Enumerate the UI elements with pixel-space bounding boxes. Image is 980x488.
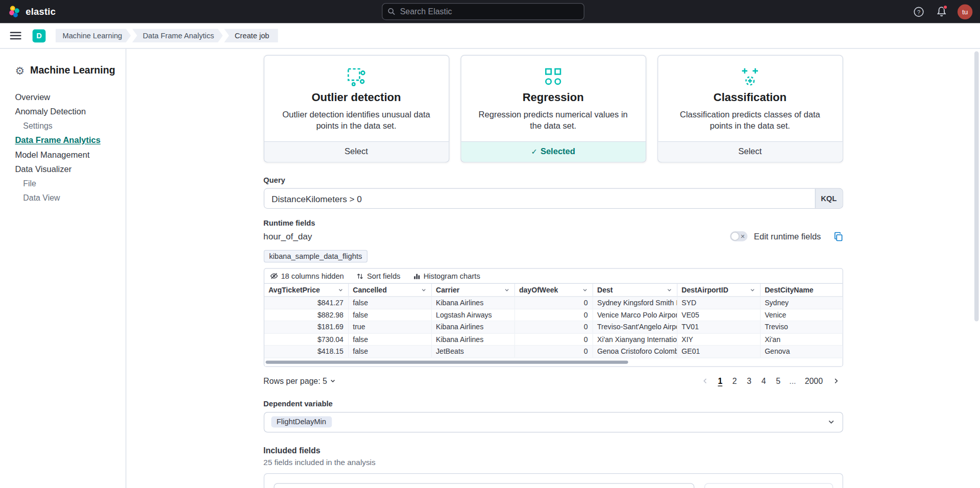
dependent-variable-select[interactable]: FlightDelayMin [263, 411, 843, 432]
query-input[interactable] [264, 189, 815, 208]
grid-cell: Treviso-Sant'Angelo Airport [593, 321, 677, 333]
vertical-scrollbar-thumb[interactable] [974, 51, 979, 321]
dependent-variable-chip: FlightDelayMin [271, 417, 332, 428]
main-content: Outlier detection Outlier detection iden… [126, 49, 980, 488]
card-regression: Regression Regression predicts numerical… [460, 55, 646, 163]
table-row: $841.27 false Kibana Airlines 0 Sydney K… [264, 297, 842, 309]
copy-icon[interactable] [834, 232, 843, 241]
query-label: Query [263, 176, 843, 184]
sidebar-item-overview[interactable]: Overview [15, 90, 115, 104]
sort-fields-button[interactable]: Sort fields [356, 272, 400, 280]
search-icon [387, 8, 396, 16]
column-header-destairportid[interactable]: DestAirportID [677, 284, 761, 296]
column-header-dest[interactable]: Dest [593, 284, 677, 296]
included-fields-summary: 25 fields included in the analysis [263, 458, 843, 467]
pagination-next-icon[interactable] [828, 377, 843, 384]
pagination-row: Rows per page: 5 1 2 3 4 5 ... 2000 [263, 375, 843, 386]
help-icon: ? [913, 6, 924, 17]
main-menu-button[interactable] [10, 32, 21, 39]
deployment-badge[interactable]: D [33, 29, 46, 42]
breadcrumb-machine-learning[interactable]: Machine Learning [56, 29, 131, 42]
outlier-detection-icon [264, 66, 448, 88]
grid-cell: Sydney Kingsford Smith I... [593, 297, 677, 309]
regression-selected-button[interactable]: ✓Selected [461, 141, 645, 162]
pagination-ellipsis: ... [786, 375, 799, 386]
grid-cell: true [349, 321, 432, 333]
elastic-logo[interactable]: elastic [8, 5, 56, 18]
edit-runtime-fields-label[interactable]: Edit runtime fields [754, 232, 821, 241]
fields-search [274, 483, 695, 488]
help-menu-button[interactable]: ? [913, 5, 925, 17]
grid-cell: TV01 [677, 321, 761, 333]
grid-cell: Kibana Airlines [432, 321, 515, 333]
grid-cell: $841.27 [264, 297, 348, 309]
select-classification-button[interactable]: Select [658, 141, 842, 162]
card-description: Regression predicts numerical values in … [461, 109, 645, 132]
grid-cell: false [349, 309, 432, 321]
global-search-input[interactable] [400, 7, 579, 16]
grid-cell: $882.98 [264, 309, 348, 321]
eye-slash-icon [270, 272, 278, 280]
kibana-app: elastic ? tu [0, 0, 980, 488]
grid-cell: JetBeats [432, 346, 515, 357]
filter-is-included-button[interactable]: Is included [705, 483, 762, 488]
card-description: Outlier detection identifies unusual dat… [264, 109, 448, 132]
dependent-variable-label: Dependent variable [263, 399, 843, 408]
column-header-cancelled[interactable]: Cancelled [349, 284, 432, 296]
sidebar-item-model-management[interactable]: Model Management [15, 148, 115, 162]
sidebar-item-file[interactable]: File [23, 176, 115, 190]
global-header: elastic ? tu [0, 0, 980, 23]
toggle-knob [731, 233, 739, 240]
page-button-4[interactable]: 4 [757, 375, 770, 386]
page-button-2000[interactable]: 2000 [800, 375, 827, 386]
sidebar-item-anomaly-detection[interactable]: Anomaly Detection [15, 104, 115, 118]
column-header-destcityname[interactable]: DestCityName [761, 284, 842, 296]
grid-cell: false [349, 346, 432, 357]
horizontal-scrollbar-thumb[interactable] [265, 360, 628, 363]
query-language-button[interactable]: KQL [815, 189, 842, 208]
sidebar-item-data-frame-analytics[interactable]: Data Frame Analytics [15, 133, 115, 148]
table-row: $181.69 true Kibana Airlines 0 Treviso-S… [264, 321, 842, 333]
horizontal-scrollbar [265, 360, 841, 363]
sidebar-item-data-view[interactable]: Data View [23, 190, 115, 205]
column-header-carrier[interactable]: Carrier [432, 284, 515, 296]
edit-runtime-fields-toggle[interactable]: ✕ [730, 231, 747, 241]
column-header-avgticketprice[interactable]: AvgTicketPrice [264, 284, 348, 296]
page-button-3[interactable]: 3 [743, 375, 756, 386]
sidebar-item-settings[interactable]: Settings [23, 119, 115, 133]
select-outlier-detection-button[interactable]: Select [264, 141, 448, 162]
grid-cell: GE01 [677, 346, 761, 357]
page-button-1[interactable]: 1 [714, 375, 727, 386]
column-header-dayofweek[interactable]: dayOfWeek [514, 284, 593, 296]
histogram-charts-button[interactable]: Histogram charts [413, 272, 480, 280]
sidebar-item-data-visualizer[interactable]: Data Visualizer [15, 162, 115, 176]
included-fields-panel: Is included Is not included Field name M… [263, 473, 843, 488]
grid-cell: false [349, 297, 432, 309]
breadcrumb-data-frame-analytics[interactable]: Data Frame Analytics [132, 29, 223, 42]
grid-cell: XIY [677, 333, 761, 345]
histogram-icon [413, 272, 421, 280]
chevron-down-icon [501, 287, 509, 293]
source-index-badge: kibana_sample_data_flights [263, 250, 368, 262]
breadcrumb-create-job: Create job [224, 29, 278, 42]
global-search[interactable] [382, 3, 584, 20]
grid-cell: 0 [514, 321, 593, 333]
grid-cell: Logstash Airways [432, 309, 515, 321]
filter-is-not-included-button[interactable]: Is not included [762, 483, 832, 488]
grid-cell: 0 [514, 333, 593, 345]
columns-hidden-button[interactable]: 18 columns hidden [270, 272, 344, 280]
sidebar-title: Machine Learning [30, 65, 115, 76]
grid-cell: Xi'an [761, 333, 842, 345]
rows-per-page-button[interactable]: Rows per page: 5 [263, 376, 336, 385]
card-outlier-detection: Outlier detection Outlier detection iden… [263, 55, 449, 163]
notifications-button[interactable] [935, 5, 947, 17]
grid-cell: 0 [514, 346, 593, 357]
grid-cell: $730.04 [264, 333, 348, 345]
pagination-prev-icon[interactable] [698, 377, 712, 384]
page-button-5[interactable]: 5 [772, 375, 785, 386]
grid-cell: false [349, 333, 432, 345]
user-avatar[interactable]: tu [958, 4, 972, 19]
page-button-2[interactable]: 2 [728, 375, 741, 386]
grid-cell: Sydney [761, 297, 842, 309]
grid-cell: SYD [677, 297, 761, 309]
